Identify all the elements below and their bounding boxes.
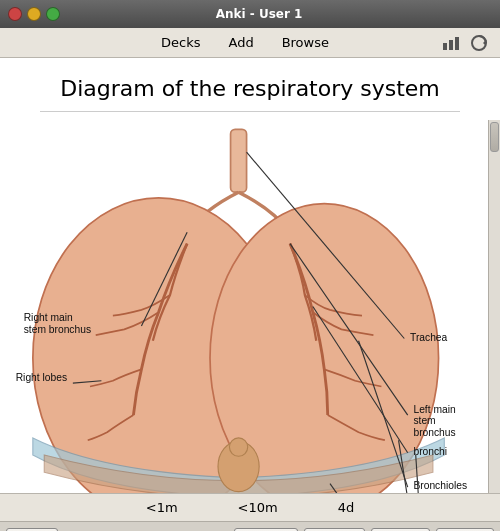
card-title: Diagram of the respiratory system <box>0 58 500 111</box>
svg-point-9 <box>229 438 247 456</box>
svg-text:bronchi: bronchi <box>413 446 447 457</box>
diagram-container: Right main stem bronchus Right lobes Tra… <box>0 120 500 493</box>
menu-browse[interactable]: Browse <box>278 33 333 52</box>
window-title: Anki - User 1 <box>66 7 452 21</box>
again-button[interactable]: Again <box>234 528 297 532</box>
easy-button[interactable]: Easy <box>371 528 430 532</box>
minimize-button[interactable] <box>27 7 41 21</box>
svg-text:Trachea: Trachea <box>410 332 448 343</box>
menu-items: Decks Add Browse <box>50 33 440 52</box>
card-divider <box>40 111 460 112</box>
stats-icon[interactable] <box>440 32 462 54</box>
scrollbar-thumb[interactable] <box>490 122 499 152</box>
interval-bar: <1m <10m 4d <box>0 493 500 521</box>
svg-text:stem bronchus: stem bronchus <box>24 324 91 335</box>
window-controls[interactable] <box>8 7 60 21</box>
svg-rect-0 <box>443 43 447 50</box>
edit-button[interactable]: Edit <box>6 528 58 532</box>
more-button[interactable]: More ▾ <box>436 528 494 532</box>
good-interval: <10m <box>238 500 278 515</box>
menu-decks[interactable]: Decks <box>157 33 204 52</box>
svg-text:Left main: Left main <box>413 404 456 415</box>
menu-right-icons <box>440 32 490 54</box>
title-bar: Anki - User 1 <box>0 0 500 28</box>
svg-text:Right lobes: Right lobes <box>16 372 67 383</box>
svg-text:Bronchioles: Bronchioles <box>413 480 467 491</box>
main-content: Diagram of the respiratory system <box>0 58 500 521</box>
svg-text:Right main: Right main <box>24 312 73 323</box>
svg-rect-5 <box>231 129 247 192</box>
close-button[interactable] <box>8 7 22 21</box>
maximize-button[interactable] <box>46 7 60 21</box>
again-interval: <1m <box>146 500 178 515</box>
sync-icon[interactable] <box>468 32 490 54</box>
svg-rect-1 <box>449 40 453 50</box>
svg-marker-4 <box>483 40 486 46</box>
action-bar: Edit Again Good Easy More ▾ <box>0 521 500 531</box>
svg-text:stem: stem <box>413 415 435 426</box>
lung-diagram: Right main stem bronchus Right lobes Tra… <box>10 120 490 493</box>
scrollbar[interactable] <box>488 120 500 493</box>
easy-interval: 4d <box>338 500 355 515</box>
menu-add[interactable]: Add <box>224 33 257 52</box>
menu-bar: Decks Add Browse <box>0 28 500 58</box>
svg-rect-2 <box>455 37 459 50</box>
svg-text:bronchus: bronchus <box>413 427 455 438</box>
good-button[interactable]: Good <box>304 528 366 532</box>
